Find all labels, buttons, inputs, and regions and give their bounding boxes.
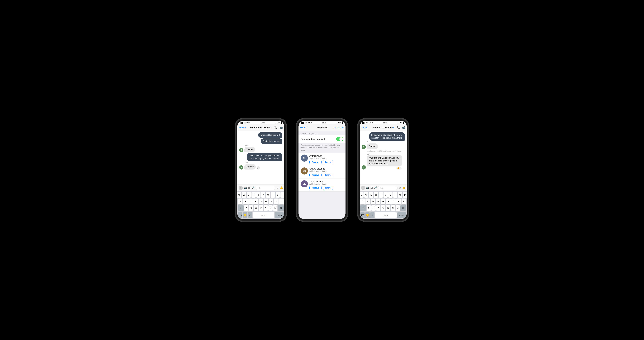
key-j[interactable]: J: [269, 199, 274, 204]
key-3-x[interactable]: X: [372, 205, 376, 211]
key-3-i[interactable]: I: [393, 192, 397, 198]
ignore-btn-0[interactable]: Ignore: [323, 160, 333, 164]
key-delete[interactable]: ⌫: [278, 205, 284, 211]
key-3-o[interactable]: O: [398, 192, 402, 198]
reaction-add-btn[interactable]: ☺+: [257, 166, 260, 170]
video-icon-1[interactable]: 📹: [280, 126, 283, 129]
key-p[interactable]: P: [280, 192, 284, 198]
request-name-2: Lara Kingston: [310, 180, 343, 183]
key-3-y[interactable]: Y: [384, 192, 388, 198]
key-3-c[interactable]: C: [376, 205, 380, 211]
plus-button-1[interactable]: +: [238, 186, 243, 190]
approve-all-button[interactable]: Approve All: [333, 126, 344, 129]
nav-title-1[interactable]: Website V2 Project ›: [250, 126, 272, 129]
video-icon-3[interactable]: 📹: [402, 126, 405, 129]
kb-return-3[interactable]: return: [397, 212, 406, 218]
key-3-u[interactable]: U: [388, 192, 392, 198]
mic-icon-3[interactable]: 🎤: [374, 186, 377, 189]
key-3-z[interactable]: Z: [366, 205, 371, 211]
approve-btn-1[interactable]: Approve: [310, 173, 322, 177]
key-b[interactable]: B: [264, 205, 268, 211]
key-k[interactable]: K: [274, 199, 278, 204]
message-input-3[interactable]: Aa: [378, 186, 398, 190]
message-input-1[interactable]: Aa: [256, 186, 275, 190]
key-q[interactable]: Q: [237, 192, 241, 198]
approve-btn-0[interactable]: Approve: [310, 160, 322, 164]
approve-btn-2[interactable]: Approve: [310, 186, 322, 190]
key-3-f[interactable]: F: [376, 199, 380, 204]
input-bar-3: + 📷 🖼 🎤 Aa ☺ 👍: [360, 184, 407, 191]
key-3-w[interactable]: W: [364, 192, 368, 198]
key-3-m[interactable]: M: [396, 205, 400, 211]
kb-emoji-3[interactable]: 😊: [365, 212, 370, 218]
kb-space-1[interactable]: space: [253, 212, 274, 218]
back-button-3[interactable]: ‹ Home: [361, 126, 368, 129]
key-3-r[interactable]: R: [374, 192, 378, 198]
camera-icon-3[interactable]: 📷: [366, 186, 369, 189]
key-3-q[interactable]: Q: [360, 192, 364, 198]
key-3-j[interactable]: J: [391, 199, 396, 204]
key-3-p[interactable]: P: [403, 192, 407, 198]
camera-icon-1[interactable]: 📷: [244, 186, 247, 189]
key-c[interactable]: C: [254, 205, 258, 211]
ignore-btn-2[interactable]: Ignore: [323, 186, 333, 190]
key-shift[interactable]: ⬆: [238, 205, 244, 211]
key-3-l[interactable]: L: [402, 199, 406, 204]
kb-space-3[interactable]: space: [375, 212, 397, 218]
back-button-1[interactable]: ‹ Home: [239, 126, 246, 129]
key-3-t[interactable]: T: [379, 192, 383, 198]
key-l[interactable]: L: [279, 199, 284, 204]
key-z[interactable]: Z: [244, 205, 248, 211]
key-3-h[interactable]: H: [386, 199, 390, 204]
key-a[interactable]: A: [238, 199, 242, 204]
key-x[interactable]: X: [249, 205, 253, 211]
photo-icon-3[interactable]: 🖼: [370, 186, 373, 189]
key-3-a[interactable]: A: [360, 199, 365, 204]
key-3-v[interactable]: V: [381, 205, 385, 211]
kb-mic-1[interactable]: 🎤: [248, 212, 252, 218]
key-3-k[interactable]: K: [396, 199, 401, 204]
emoji-icon-3[interactable]: ☺: [399, 186, 401, 189]
key-3-shift[interactable]: ⬆: [360, 205, 366, 211]
phone-icon-1[interactable]: 📞: [274, 126, 278, 129]
key-3-n[interactable]: N: [391, 205, 395, 211]
key-m[interactable]: M: [273, 205, 278, 211]
phone-icon-3[interactable]: 📞: [397, 126, 400, 129]
back-button-2[interactable]: ‹ Group: [300, 126, 307, 129]
photo-icon-1[interactable]: 🖼: [248, 186, 250, 189]
nav-title-3[interactable]: Website V2 Project ›: [372, 126, 394, 129]
key-h[interactable]: H: [264, 199, 268, 204]
like-icon-1[interactable]: 👍: [280, 186, 283, 189]
plus-button-3[interactable]: +: [361, 186, 365, 190]
ignore-btn-1[interactable]: Ignore: [323, 173, 333, 177]
key-3-s[interactable]: S: [366, 199, 370, 204]
key-i[interactable]: I: [271, 192, 275, 198]
key-y[interactable]: Y: [261, 192, 265, 198]
key-w[interactable]: W: [242, 192, 246, 198]
toggle-switch[interactable]: [336, 137, 343, 141]
like-icon-3[interactable]: 👍: [402, 186, 406, 189]
kb-emoji-1[interactable]: 😊: [243, 212, 247, 218]
key-3-e[interactable]: E: [369, 192, 373, 198]
key-e[interactable]: E: [247, 192, 251, 198]
key-o[interactable]: O: [276, 192, 280, 198]
kb-num-1[interactable]: 123: [238, 212, 242, 218]
key-v[interactable]: V: [259, 205, 263, 211]
kb-num-3[interactable]: 123: [360, 212, 365, 218]
key-t[interactable]: T: [256, 192, 260, 198]
emoji-icon-1[interactable]: ☺: [276, 186, 279, 189]
key-3-delete[interactable]: ⌫: [400, 205, 406, 211]
mic-icon-1[interactable]: 🎤: [252, 186, 255, 189]
kb-return-1[interactable]: return: [275, 212, 284, 218]
key-f[interactable]: F: [254, 199, 258, 204]
key-g[interactable]: G: [258, 199, 263, 204]
key-3-d[interactable]: D: [370, 199, 375, 204]
key-u[interactable]: U: [266, 192, 270, 198]
kb-mic-3[interactable]: 🎤: [370, 212, 375, 218]
key-3-b[interactable]: B: [386, 205, 390, 211]
key-d[interactable]: D: [248, 199, 253, 204]
key-s[interactable]: S: [243, 199, 248, 204]
key-r[interactable]: R: [252, 192, 256, 198]
key-n[interactable]: N: [268, 205, 272, 211]
key-3-g[interactable]: G: [381, 199, 386, 204]
